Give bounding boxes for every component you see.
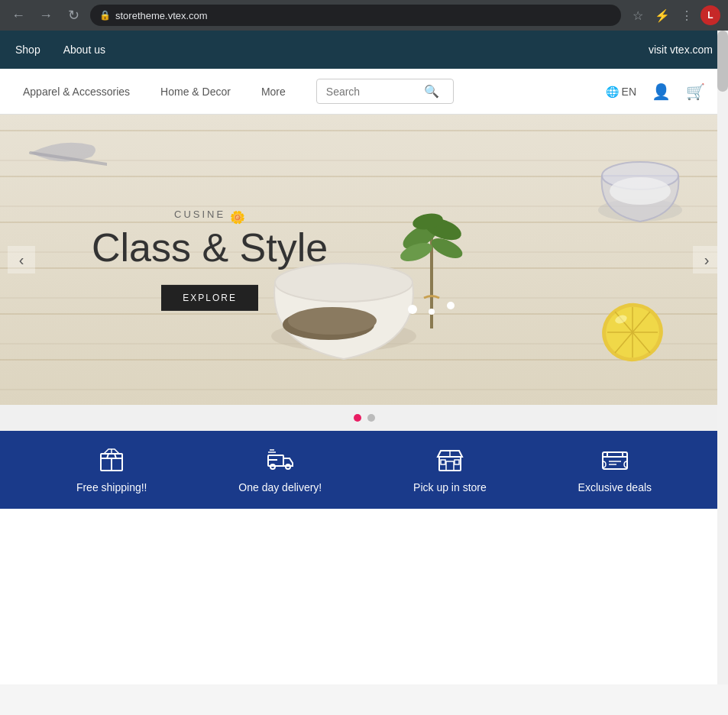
nav-icons: 🌐 EN 👤 🛒 [606,82,705,101]
svg-rect-41 [446,461,454,471]
store-icon [436,446,464,474]
delivery-icon [267,446,294,474]
language-selector[interactable]: 🌐 EN [606,86,636,98]
search-container: 🔍 [316,79,454,104]
top-nav-left: Shop About us [15,44,105,56]
cart-icon[interactable]: 🛒 [686,82,705,101]
herb-decoration [374,176,489,328]
slider-dot-2[interactable] [367,414,375,422]
bottom-area [0,509,728,684]
hero-subtitle: CUSINE [174,209,225,220]
deals-icon [601,446,629,474]
category-nav: Apparel & Accessories Home & Decor More … [0,69,728,115]
exclusive-deals-feature: Exclusive deals [578,446,652,493]
svg-rect-44 [455,460,459,464]
hero-text-area: CUSINE 🌼 Class & Style EXPLORE [92,209,328,311]
reload-button[interactable]: ↻ [63,5,84,26]
feature-bar: Free shipping!! One day delivery! [0,431,728,509]
forward-button[interactable]: → [35,5,57,26]
lemon-decoration [590,290,667,367]
scrollbar[interactable] [717,31,728,684]
slider-next-button[interactable]: › [693,246,720,273]
slider-dot-1[interactable] [354,414,361,422]
hero-emoji: 🌼 [230,210,245,225]
slider-prev-button[interactable]: ‹ [8,246,35,273]
back-button[interactable]: ← [8,5,29,26]
search-icon[interactable]: 🔍 [424,84,439,99]
shop-link[interactable]: Shop [15,44,40,56]
globe-icon: 🌐 [606,86,619,98]
svg-rect-45 [603,452,627,469]
home-decor-link[interactable]: Home & Decor [160,86,231,98]
one-day-delivery-feature: One day delivery! [238,446,322,493]
pick-up-store-feature: Pick up in store [413,446,487,493]
slider-dots [0,405,728,431]
apparel-accessories-link[interactable]: Apparel & Accessories [23,86,130,98]
hero-title: Class & Style [92,226,328,270]
user-icon[interactable]: 👤 [652,82,671,101]
exclusive-deals-label: Exclusive deals [578,481,652,493]
free-shipping-label: Free shipping!! [76,481,147,493]
main-content: Shop About us visit vtex.com Apparel & A… [0,31,728,684]
about-us-link[interactable]: About us [63,44,105,56]
box-icon [98,446,125,474]
bookmark-icon[interactable]: ☆ [627,5,649,26]
extensions-icon[interactable]: ⚡ [652,5,673,26]
pick-up-store-label: Pick up in store [413,481,487,493]
svg-point-28 [610,177,671,205]
top-navigation: Shop About us visit vtex.com [0,31,728,69]
svg-point-9 [288,307,377,335]
svg-point-18 [429,309,435,315]
explore-button[interactable]: EXPLORE [161,285,258,311]
visit-vtex-link[interactable]: visit vtex.com [649,44,713,56]
address-bar[interactable]: 🔒 storetheme.vtex.com [90,5,621,26]
svg-rect-43 [441,460,445,464]
spoon-decoration [15,130,107,176]
glass-bowl-decoration [590,138,690,237]
svg-point-17 [447,302,455,309]
browser-actions: ☆ ⚡ ⋮ L [627,5,720,26]
more-link[interactable]: More [261,86,286,98]
browser-chrome: ← → ↻ 🔒 storetheme.vtex.com ☆ ⚡ ⋮ L [0,0,728,31]
page-wrapper: Shop About us visit vtex.com Apparel & A… [0,31,728,684]
url-text: storetheme.vtex.com [115,10,208,21]
one-day-delivery-label: One day delivery! [238,481,322,493]
profile-button[interactable]: L [700,5,720,25]
hero-slider: CUSINE 🌼 Class & Style EXPLORE ‹ › [0,115,728,405]
search-input[interactable] [326,86,418,98]
svg-point-16 [408,305,417,314]
scrollbar-thumb[interactable] [717,31,728,92]
lang-label: EN [622,86,636,98]
svg-rect-39 [439,457,461,471]
lock-icon: 🔒 [99,10,111,21]
menu-icon[interactable]: ⋮ [676,5,697,26]
free-shipping-feature: Free shipping!! [76,446,147,493]
